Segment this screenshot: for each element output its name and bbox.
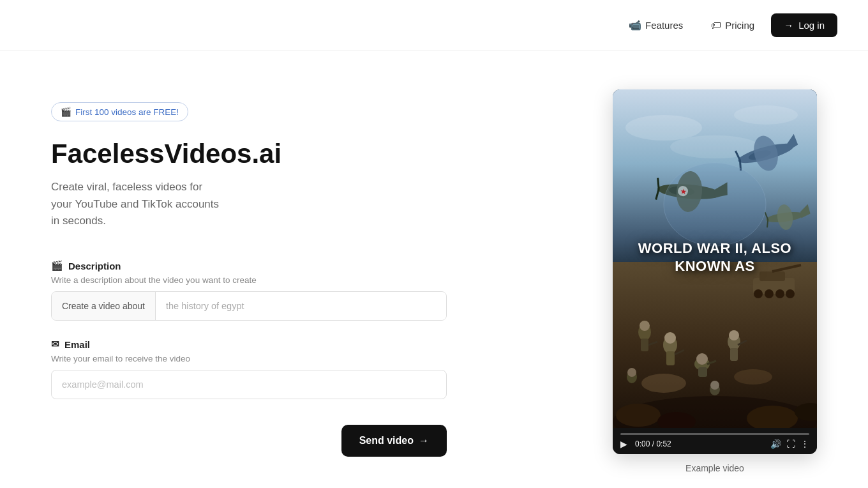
example-label: Example video xyxy=(685,463,744,473)
svg-rect-34 xyxy=(641,339,648,351)
description-label: Description xyxy=(68,261,121,271)
video-container: ★ xyxy=(613,89,817,454)
free-badge: 🎬 First 100 videos are FREE! xyxy=(51,102,188,121)
pricing-label: Pricing xyxy=(725,20,754,31)
svg-point-29 xyxy=(754,289,763,298)
email-sublabel: Write your email to receive the video xyxy=(51,354,447,363)
svg-point-32 xyxy=(786,289,795,298)
svg-point-36 xyxy=(640,321,650,331)
video-controls: ▶ 0:00 / 0:52 🔊 ⛶ ⋮ xyxy=(613,428,817,454)
pricing-icon: 🏷 xyxy=(711,20,721,31)
header: 📹 Features 🏷 Pricing → Log in xyxy=(0,0,868,51)
features-icon: 📹 xyxy=(629,19,641,31)
svg-point-47 xyxy=(729,330,739,340)
video-thumbnail: ★ xyxy=(613,89,817,428)
svg-point-3 xyxy=(734,105,798,125)
description-input[interactable] xyxy=(156,292,446,320)
svg-point-2 xyxy=(625,115,702,141)
svg-rect-46 xyxy=(730,348,738,361)
video-overlay-text: WORLD WAR II, ALSO KNOWN AS xyxy=(628,240,802,275)
send-label: Send video xyxy=(359,435,414,446)
svg-point-30 xyxy=(765,289,774,298)
fullscreen-icon[interactable]: ⛶ xyxy=(786,439,795,449)
description-icon: 🎬 xyxy=(51,260,63,271)
subtitle-line3: in seconds. xyxy=(51,215,106,227)
main-content: 🎬 First 100 videos are FREE! FacelessVid… xyxy=(0,51,868,488)
right-panel: ★ xyxy=(613,89,817,473)
subtitle-line2: your YouTube and TikTok accounts xyxy=(51,198,219,210)
subtitle-line1: Create viral, faceless videos for xyxy=(51,181,202,193)
email-input[interactable] xyxy=(51,370,447,399)
email-section: ✉ Email Write your email to receive the … xyxy=(51,339,447,399)
time-total: 0:52 xyxy=(656,439,671,448)
svg-point-31 xyxy=(775,289,784,298)
login-button[interactable]: → Log in xyxy=(771,13,837,37)
email-icon: ✉ xyxy=(51,339,59,350)
hero-title: FacelessVideos.ai xyxy=(51,139,447,169)
more-icon[interactable]: ⋮ xyxy=(800,439,809,449)
description-input-wrapper: Create a video about xyxy=(51,291,447,321)
svg-point-43 xyxy=(696,353,708,365)
send-arrow-icon: → xyxy=(419,435,429,446)
badge-icon: 🎬 xyxy=(61,107,71,117)
features-nav-button[interactable]: 📹 Features xyxy=(617,13,694,38)
description-sublabel: Write a description about the video you … xyxy=(51,275,447,285)
play-icon[interactable]: ▶ xyxy=(620,439,627,449)
description-section: 🎬 Description Write a description about … xyxy=(51,260,447,321)
email-label-row: ✉ Email xyxy=(51,339,447,350)
badge-text: First 100 videos are FREE! xyxy=(75,107,179,117)
svg-point-53 xyxy=(641,374,686,393)
left-panel: 🎬 First 100 videos are FREE! FacelessVid… xyxy=(51,89,447,457)
features-label: Features xyxy=(645,20,683,31)
pricing-nav-button[interactable]: 🏷 Pricing xyxy=(700,13,766,38)
login-icon: → xyxy=(784,20,793,31)
svg-point-50 xyxy=(627,368,636,377)
svg-point-40 xyxy=(664,332,676,344)
description-label-row: 🎬 Description xyxy=(51,260,447,271)
svg-point-54 xyxy=(734,369,772,385)
email-label: Email xyxy=(64,339,90,350)
svg-point-52 xyxy=(710,381,719,390)
description-prefix-text: Create a video about xyxy=(52,292,156,320)
time-current: 0:00 xyxy=(635,439,650,448)
send-video-button[interactable]: Send video → xyxy=(341,425,447,457)
controls-row: ▶ 0:00 / 0:52 🔊 ⛶ ⋮ xyxy=(620,439,809,449)
svg-point-56 xyxy=(616,404,661,427)
login-label: Log in xyxy=(798,20,825,31)
time-display: 0:00 / 0:52 xyxy=(635,439,765,448)
hero-subtitle: Create viral, faceless videos for your Y… xyxy=(51,179,447,229)
svg-point-24 xyxy=(664,163,766,246)
svg-rect-38 xyxy=(666,351,675,365)
progress-bar[interactable] xyxy=(620,433,809,435)
video-scene: ★ xyxy=(613,89,817,428)
volume-icon[interactable]: 🔊 xyxy=(770,439,781,449)
svg-rect-42 xyxy=(698,367,707,377)
